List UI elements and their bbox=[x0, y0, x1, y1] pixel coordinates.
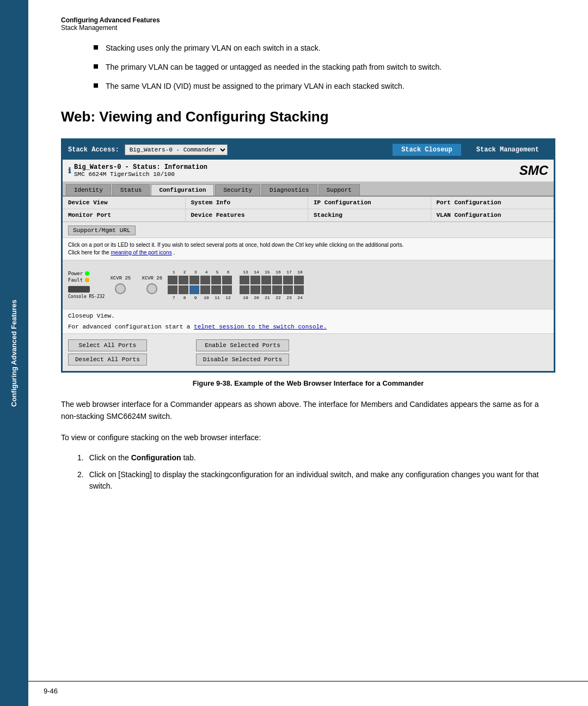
tab-identity[interactable]: Identity bbox=[66, 184, 111, 196]
disable-selected-ports-button[interactable]: Disable Selected Ports bbox=[196, 354, 289, 366]
power-label: Power bbox=[68, 271, 83, 276]
bullet-icon bbox=[94, 45, 98, 50]
xcvr-25-port[interactable] bbox=[115, 283, 126, 294]
steps-intro: To view or configure stacking on the web… bbox=[61, 431, 555, 443]
tab-diagnostics[interactable]: Diagnostics bbox=[261, 184, 317, 196]
tab-security[interactable]: Security bbox=[215, 184, 260, 196]
instructions-line1: Click on a port or its LED to select it.… bbox=[68, 241, 548, 249]
power-led-indicator bbox=[85, 271, 89, 276]
port-num-21: 21 bbox=[262, 295, 272, 300]
port-num-8: 8 bbox=[180, 295, 189, 300]
port-3[interactable] bbox=[189, 276, 199, 284]
xcvr-25: XCVR 25 bbox=[110, 276, 131, 294]
port-1[interactable] bbox=[168, 276, 177, 284]
menu-device-features[interactable]: Device Features bbox=[186, 209, 309, 222]
menu-ip-configuration[interactable]: IP Configuration bbox=[308, 197, 431, 209]
bullet-icon bbox=[94, 64, 98, 69]
page-number: 9-46 bbox=[44, 687, 58, 695]
port-11[interactable] bbox=[211, 285, 221, 294]
console-label: Console RS-232 bbox=[68, 294, 105, 299]
port-7[interactable] bbox=[168, 285, 177, 294]
port-2[interactable] bbox=[179, 276, 188, 284]
port-13[interactable] bbox=[240, 276, 249, 284]
menu-port-configuration[interactable]: Port Configuration bbox=[431, 197, 554, 209]
port-18[interactable] bbox=[294, 276, 304, 284]
bullet-text: Stacking uses only the primary VLAN on e… bbox=[106, 42, 321, 54]
menu-device-view[interactable]: Device View bbox=[63, 197, 186, 209]
stack-access-select[interactable]: Big_Waters-0 - Commander bbox=[125, 144, 228, 155]
browser-mockup: Stack Access: Big_Waters-0 - Commander S… bbox=[61, 138, 555, 373]
port-4[interactable] bbox=[200, 276, 210, 284]
tab-support[interactable]: Support bbox=[318, 184, 360, 196]
switch-diagram: Power Fault Console RS-232 XCVR 25 bbox=[63, 260, 554, 309]
port-numbers-top: 1 2 3 4 5 6 13 14 15 16 17 18 bbox=[168, 270, 305, 275]
menu-stacking[interactable]: Stacking bbox=[308, 209, 431, 222]
instructions-line2: Click here for the meaning of the port i… bbox=[68, 249, 548, 257]
stack-closeup-tab[interactable]: Stack Closeup bbox=[392, 143, 462, 156]
list-item: The primary VLAN can be tagged or untagg… bbox=[94, 62, 555, 73]
chapter-header: Configuring Advanced Features Stack Mana… bbox=[61, 16, 555, 32]
port-17[interactable] bbox=[283, 276, 293, 284]
tab-configuration[interactable]: Configuration bbox=[151, 184, 214, 196]
port-16[interactable] bbox=[272, 276, 282, 284]
browser-topbar: Stack Access: Big_Waters-0 - Commander S… bbox=[63, 140, 554, 160]
port-num-23: 23 bbox=[284, 295, 294, 300]
telnet-intro: For advanced configuration start a bbox=[68, 324, 194, 330]
buttons-area: Select All Ports Deselect All Ports Enab… bbox=[63, 334, 554, 371]
port-22[interactable] bbox=[272, 285, 282, 294]
support-mgmt-url-button[interactable]: Support/Mgmt URL bbox=[68, 226, 136, 235]
port-21[interactable] bbox=[261, 285, 271, 294]
port-19[interactable] bbox=[240, 285, 249, 294]
port-num-3: 3 bbox=[191, 270, 200, 275]
port-num-19: 19 bbox=[241, 295, 250, 300]
bullet-icon bbox=[94, 83, 98, 88]
telnet-link[interactable]: telnet session to the switch console. bbox=[194, 324, 327, 330]
port-num-gap2 bbox=[234, 295, 240, 300]
port-6[interactable] bbox=[222, 276, 232, 284]
port-gap-bottom bbox=[233, 285, 238, 294]
port-9[interactable] bbox=[189, 285, 199, 294]
port-num-9: 9 bbox=[191, 295, 200, 300]
port-14[interactable] bbox=[250, 276, 260, 284]
port-23[interactable] bbox=[283, 285, 293, 294]
tab-status[interactable]: Status bbox=[112, 184, 150, 196]
stack-management-tab[interactable]: Stack Management bbox=[467, 143, 548, 156]
port-num-11: 11 bbox=[212, 295, 222, 300]
port-5[interactable] bbox=[211, 276, 221, 284]
enable-selected-ports-button[interactable]: Enable Selected Ports bbox=[196, 339, 289, 351]
port-15[interactable] bbox=[261, 276, 271, 284]
figure-caption: Figure 9-38. Example of the Web Browser … bbox=[61, 379, 555, 387]
xcvr-section: XCVR 25 XCVR 26 bbox=[110, 276, 162, 294]
select-all-ports-button[interactable]: Select All Ports bbox=[68, 339, 147, 351]
xcvr-26: XCVR 26 bbox=[142, 276, 162, 294]
port-24[interactable] bbox=[294, 285, 304, 294]
xcvr-26-port[interactable] bbox=[146, 283, 157, 294]
list-item: Stacking uses only the primary VLAN on e… bbox=[94, 42, 555, 54]
telnet-text: For advanced configuration start a telne… bbox=[68, 324, 548, 330]
port-10[interactable] bbox=[200, 285, 210, 294]
sidebar-label: Configuring Advanced Features bbox=[9, 300, 19, 407]
step-2-num: 2. bbox=[77, 469, 84, 492]
closeup-text: Closeup View. bbox=[68, 313, 548, 319]
ports-section: 1 2 3 4 5 6 13 14 15 16 17 18 bbox=[168, 270, 305, 300]
stack-access-label: Stack Access: bbox=[68, 146, 119, 154]
port-8[interactable] bbox=[179, 285, 188, 294]
port-12[interactable] bbox=[222, 285, 232, 294]
fault-label: Fault bbox=[68, 277, 83, 283]
deselect-all-ports-button[interactable]: Deselect All Ports bbox=[68, 354, 147, 366]
menu-system-info[interactable]: System Info bbox=[186, 197, 309, 209]
port-num-15: 15 bbox=[262, 270, 272, 275]
port-num-14: 14 bbox=[252, 270, 261, 275]
step-1: 1. Click on the Configuration tab. bbox=[77, 452, 555, 464]
ports-row-bottom bbox=[168, 285, 305, 294]
menu-vlan-configuration[interactable]: VLAN Configuration bbox=[431, 209, 554, 222]
menu-monitor-port[interactable]: Monitor Port bbox=[63, 209, 186, 222]
step-2: 2. Click on [Stacking] to display the st… bbox=[77, 469, 555, 492]
switch-left-panel: Power Fault Console RS-232 bbox=[68, 271, 105, 299]
port-num-7: 7 bbox=[169, 295, 179, 300]
port-num-16: 16 bbox=[273, 270, 283, 275]
port-icons-link[interactable]: meaning of the port icons bbox=[111, 249, 171, 255]
info-subtitle: SMC 6624M TigerSwitch 10/100 bbox=[74, 171, 207, 178]
port-20[interactable] bbox=[250, 285, 260, 294]
port-gap-top bbox=[233, 276, 238, 284]
